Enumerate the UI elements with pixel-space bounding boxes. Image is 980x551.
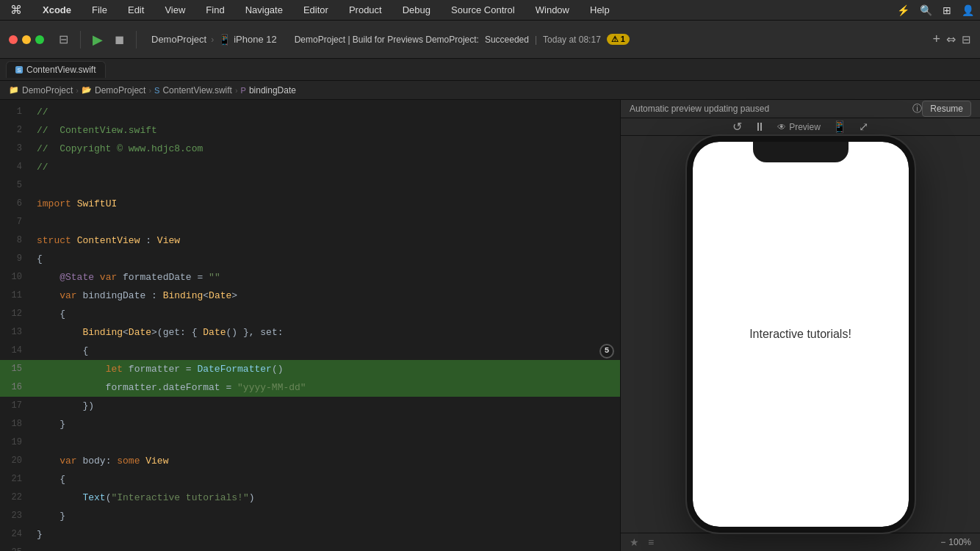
menu-xcode[interactable]: Xcode bbox=[38, 3, 76, 17]
line-number-13: 13 bbox=[0, 323, 31, 342]
code-line-6[interactable]: 6 import SwiftUI bbox=[0, 195, 620, 213]
zoom-percent: 100% bbox=[948, 537, 971, 547]
code-line-19[interactable]: 19 bbox=[0, 433, 620, 452]
code-line-7[interactable]: 7 bbox=[0, 213, 620, 231]
line-content-1: // bbox=[31, 103, 620, 121]
panel-toggle-icon[interactable]: ⊟ bbox=[962, 33, 971, 46]
line-number-21: 21 bbox=[0, 470, 31, 489]
minimize-button[interactable] bbox=[22, 35, 31, 44]
iphone-mockup: Interactive tutorials! bbox=[687, 136, 915, 533]
menu-file[interactable]: File bbox=[87, 3, 112, 17]
code-line-16[interactable]: 16 formatter.dateFormat = "yyyy-MM-dd" bbox=[0, 378, 620, 397]
build-timestamp: Today at 08:17 bbox=[543, 35, 601, 45]
code-line-17[interactable]: 17 }) bbox=[0, 397, 620, 415]
search-icon[interactable]: 🔍 bbox=[920, 4, 932, 16]
menu-editor[interactable]: Editor bbox=[299, 3, 333, 17]
play-button[interactable]: ▶ bbox=[90, 29, 106, 51]
close-button[interactable] bbox=[9, 35, 18, 44]
fullscreen-button[interactable] bbox=[35, 35, 44, 44]
preview-label[interactable]: 👁 Preview bbox=[777, 122, 821, 132]
line-content-14: { bbox=[31, 342, 620, 360]
code-line-23[interactable]: 23 } bbox=[0, 507, 620, 525]
split-icon[interactable]: ⇔ bbox=[946, 32, 956, 46]
expand-icon[interactable]: ⤢ bbox=[859, 120, 868, 134]
line-number-18: 18 bbox=[0, 415, 31, 433]
user-icon[interactable]: 👤 bbox=[962, 4, 974, 16]
code-line-15[interactable]: 15 let formatter = DateFormatter() bbox=[0, 360, 620, 378]
line-content-8: struct ContentView : View bbox=[31, 231, 620, 250]
menu-navigate[interactable]: Navigate bbox=[241, 3, 287, 17]
code-line-9[interactable]: 9 { bbox=[0, 250, 620, 268]
apple-menu[interactable]: ⌘ bbox=[6, 1, 26, 18]
line-content-6: import SwiftUI bbox=[31, 195, 620, 213]
line-number-3: 3 bbox=[0, 140, 31, 158]
breadcrumb-sep-3: › bbox=[235, 86, 238, 95]
preview-footer: ★ ≡ − 100% bbox=[621, 533, 980, 551]
zoom-minus-icon[interactable]: − bbox=[940, 537, 945, 547]
preview-status-text: Automatic preview updating paused bbox=[630, 104, 909, 114]
code-line-2[interactable]: 2 // ContentView.swift bbox=[0, 121, 620, 140]
add-icon[interactable]: + bbox=[932, 32, 940, 47]
breadcrumb-sep-toolbar: › bbox=[211, 35, 214, 45]
preview-panel: Automatic preview updating paused ⓘ Resu… bbox=[620, 100, 980, 551]
warning-badge[interactable]: ⚠ 1 bbox=[607, 34, 630, 45]
control-center-icon[interactable]: ⊞ bbox=[943, 4, 951, 16]
code-line-25[interactable]: 25 bbox=[0, 544, 620, 551]
device-label[interactable]: 📱 iPhone 12 bbox=[218, 34, 277, 46]
menu-window[interactable]: Window bbox=[531, 3, 574, 17]
line-content-16: formatter.dateFormat = "yyyy-MM-dd" bbox=[31, 378, 620, 397]
build-separator: | bbox=[535, 35, 537, 45]
pause-icon[interactable]: ⏸ bbox=[754, 120, 765, 134]
tab-bar: S ContentView.swift bbox=[0, 59, 980, 81]
star-icon[interactable]: ★ bbox=[630, 536, 639, 548]
line-number-7: 7 bbox=[0, 213, 31, 231]
build-project-label: DemoProject | Build for Previews DemoPro… bbox=[295, 35, 479, 45]
line-content-23: } bbox=[31, 507, 620, 525]
device-rotate-icon[interactable]: 📱 bbox=[832, 120, 847, 134]
preview-header: Automatic preview updating paused ⓘ Resu… bbox=[621, 100, 980, 118]
code-line-4[interactable]: 4 // bbox=[0, 158, 620, 176]
menu-view[interactable]: View bbox=[160, 3, 190, 17]
zoom-level: − 100% bbox=[940, 537, 971, 547]
menu-product[interactable]: Product bbox=[345, 3, 386, 17]
line-content-11: var bindingDate : Binding<Date> bbox=[31, 287, 620, 305]
toolbar-separator-1 bbox=[80, 31, 81, 48]
code-line-24[interactable]: 24 } bbox=[0, 525, 620, 544]
menu-source-control[interactable]: Source Control bbox=[447, 3, 519, 17]
line-content-12: { bbox=[31, 305, 620, 323]
code-line-14[interactable]: 14 { 5 bbox=[0, 342, 620, 360]
code-line-10[interactable]: 10 @State var formatedDate = "" bbox=[0, 268, 620, 287]
sidebar-toggle-icon[interactable]: ⊟ bbox=[56, 29, 71, 49]
line-number-5: 5 bbox=[0, 176, 31, 195]
refresh-icon[interactable]: ↺ bbox=[732, 120, 742, 134]
code-line-21[interactable]: 21 { bbox=[0, 470, 620, 489]
code-editor[interactable]: 1 // 2 // ContentView.swift 3 // Copyrig… bbox=[0, 100, 620, 551]
device-name: iPhone 12 bbox=[234, 34, 277, 45]
menu-help[interactable]: Help bbox=[586, 3, 614, 17]
code-line-18[interactable]: 18 } bbox=[0, 415, 620, 433]
menu-bar-right: ⚡ 🔍 ⊞ 👤 bbox=[897, 4, 974, 16]
code-line-12[interactable]: 12 { bbox=[0, 305, 620, 323]
breadcrumb-folder[interactable]: 📂 DemoProject bbox=[82, 85, 145, 96]
code-line-5[interactable]: 5 bbox=[0, 176, 620, 195]
list-icon[interactable]: ≡ bbox=[648, 536, 654, 548]
breadcrumb-symbol[interactable]: P bindingDate bbox=[241, 85, 296, 96]
info-icon[interactable]: ⓘ bbox=[912, 102, 922, 115]
breadcrumb-project[interactable]: 📁 DemoProject bbox=[9, 85, 73, 96]
menu-find[interactable]: Find bbox=[201, 3, 228, 17]
resume-button[interactable]: Resume bbox=[922, 101, 971, 117]
line-content-15: let formatter = DateFormatter() bbox=[31, 360, 620, 378]
breadcrumb-sep-1: › bbox=[76, 86, 79, 95]
menu-debug[interactable]: Debug bbox=[398, 3, 435, 17]
code-line-8[interactable]: 8 struct ContentView : View bbox=[0, 231, 620, 250]
code-line-13[interactable]: 13 Binding<Date>(get: { Date() }, set: bbox=[0, 323, 620, 342]
code-line-1[interactable]: 1 // bbox=[0, 103, 620, 121]
code-line-22[interactable]: 22 Text("Interactive tutorials!") bbox=[0, 489, 620, 507]
breadcrumb-file[interactable]: S ContentView.swift bbox=[154, 85, 232, 96]
code-line-20[interactable]: 20 var body: some View bbox=[0, 452, 620, 470]
menu-edit[interactable]: Edit bbox=[123, 3, 148, 17]
code-line-11[interactable]: 11 var bindingDate : Binding<Date> bbox=[0, 287, 620, 305]
stop-button[interactable]: ◼ bbox=[112, 29, 127, 49]
code-line-3[interactable]: 3 // Copyright © www.hdjc8.com bbox=[0, 140, 620, 158]
tab-contentview[interactable]: S ContentView.swift bbox=[6, 61, 106, 78]
